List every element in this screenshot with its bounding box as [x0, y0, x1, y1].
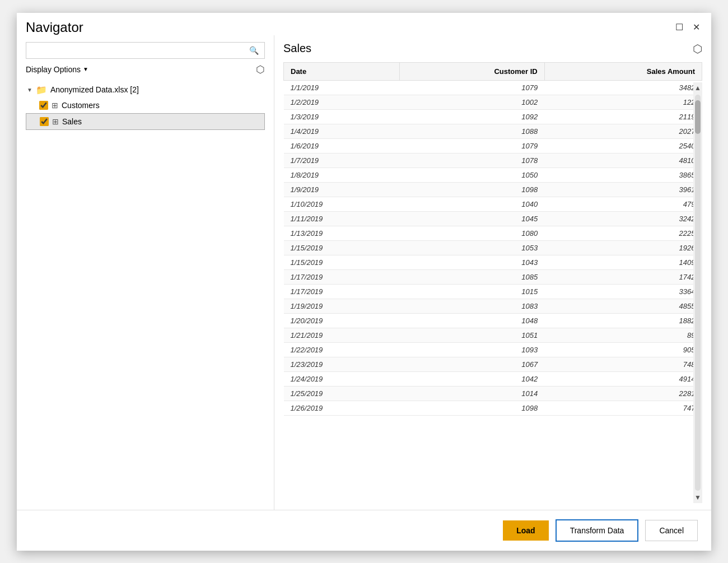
table-row: 1/15/201910431409 [284, 255, 702, 269]
table-row: 1/13/201910802225 [284, 226, 702, 240]
table-row: 1/23/20191067748 [284, 357, 702, 371]
table-cell: 905 [544, 342, 702, 357]
table-cell: 1088 [400, 124, 545, 138]
table-cell: 3482 [544, 80, 702, 95]
table-cell: 1098 [400, 401, 545, 415]
table-row: 1/25/201910142281 [284, 386, 702, 401]
table-cell: 1742 [544, 269, 702, 284]
scroll-thumb[interactable] [695, 100, 701, 134]
navigator-dialog: Navigator ☐ ✕ 🔍 Display Options ▼ ⬡ ▼ [17, 13, 711, 551]
load-button[interactable]: Load [503, 520, 548, 541]
scroll-down-button[interactable]: ▼ [693, 493, 702, 502]
table-cell: 1/19/2019 [284, 299, 400, 313]
table-body: 1/1/2019107934821/2/201910021221/3/20191… [284, 80, 702, 415]
maximize-button[interactable]: ☐ [673, 21, 685, 34]
table-cell: 2281 [544, 386, 702, 401]
scroll-track [695, 95, 701, 491]
table-cell: 89 [544, 328, 702, 342]
table-row: 1/24/201910424914 [284, 371, 702, 386]
search-input[interactable] [26, 43, 244, 58]
table-cell: 1048 [400, 313, 545, 328]
table-cell: 4855 [544, 299, 702, 313]
table-row: 1/1/201910793482 [284, 80, 702, 95]
export-button[interactable]: ⬡ [693, 42, 702, 55]
table-row: 1/9/201910983961 [284, 182, 702, 197]
table-cell: 2225 [544, 226, 702, 240]
col-customer-id: Customer ID [400, 62, 545, 80]
table-cell: 1/11/2019 [284, 211, 400, 226]
table-cell: 1/17/2019 [284, 269, 400, 284]
folder-icon: 📁 [36, 85, 47, 95]
table-cell: 1085 [400, 269, 545, 284]
table-cell: 1042 [400, 371, 545, 386]
table-cell: 1882 [544, 313, 702, 328]
table-cell: 1080 [400, 226, 545, 240]
table-cell: 747 [544, 401, 702, 415]
table-cell: 1/2/2019 [284, 95, 400, 109]
table-cell: 479 [544, 197, 702, 211]
close-button[interactable]: ✕ [690, 21, 702, 34]
table-row: 1/19/201910834855 [284, 299, 702, 313]
vertical-scrollbar[interactable]: ▲ ▼ [693, 82, 702, 503]
table-row: 1/4/201910882027 [284, 124, 702, 138]
table-cell: 1/25/2019 [284, 386, 400, 401]
table-cell: 2540 [544, 138, 702, 153]
table-cell: 1067 [400, 357, 545, 371]
display-options-row: Display Options ▼ ⬡ [26, 63, 265, 76]
table-row: 1/2/20191002122 [284, 95, 702, 109]
search-button[interactable]: 🔍 [244, 43, 264, 58]
content-area: 🔍 Display Options ▼ ⬡ ▼ 📁 Anonymized Dat… [17, 35, 711, 510]
table-cell: 1926 [544, 240, 702, 255]
table-row: 1/6/201910792540 [284, 138, 702, 153]
chevron-down-icon: ▼ [83, 66, 88, 72]
table-cell: 1050 [400, 167, 545, 182]
table-row: 1/8/201910503865 [284, 167, 702, 182]
table-cell: 1040 [400, 197, 545, 211]
customers-checkbox[interactable] [39, 101, 48, 110]
display-options-button[interactable]: Display Options ▼ [26, 65, 88, 74]
table-cell: 122 [544, 95, 702, 109]
tree-area: ▼ 📁 Anonymized Data.xlsx [2] ⊞ Customers… [26, 82, 265, 503]
refresh-button[interactable]: ⬡ [256, 63, 265, 76]
table-cell: 1/26/2019 [284, 401, 400, 415]
table-cell: 1043 [400, 255, 545, 269]
col-sales-amount: Sales Amount [544, 62, 702, 80]
footer: Load Transform Data Cancel [17, 510, 711, 551]
sales-checkbox[interactable] [40, 117, 49, 126]
tree-folder[interactable]: ▼ 📁 Anonymized Data.xlsx [2] [26, 82, 265, 97]
table-cell: 1/10/2019 [284, 197, 400, 211]
table-cell: 3961 [544, 182, 702, 197]
table-cell: 1/15/2019 [284, 240, 400, 255]
left-panel: 🔍 Display Options ▼ ⬡ ▼ 📁 Anonymized Dat… [17, 35, 274, 510]
col-date: Date [284, 62, 400, 80]
table-cell: 3242 [544, 211, 702, 226]
display-options-label: Display Options [26, 65, 81, 74]
table-row: 1/15/201910531926 [284, 240, 702, 255]
table-row: 1/22/20191093905 [284, 342, 702, 357]
title-bar: Navigator ☐ ✕ [17, 13, 711, 35]
dialog-title: Navigator [26, 20, 83, 35]
table-cell: 1051 [400, 328, 545, 342]
cancel-button[interactable]: Cancel [645, 520, 698, 541]
table-cell: 1/3/2019 [284, 109, 400, 124]
table-cell: 2119 [544, 109, 702, 124]
sales-label: Sales [62, 117, 82, 126]
table-cell: 1/21/2019 [284, 328, 400, 342]
transform-data-button[interactable]: Transform Data [556, 519, 639, 542]
table-cell: 3865 [544, 167, 702, 182]
table-cell: 1/1/2019 [284, 80, 400, 95]
table-cell: 1/24/2019 [284, 371, 400, 386]
table-icon: ⊞ [52, 101, 58, 110]
data-table: Date Customer ID Sales Amount 1/1/201910… [283, 62, 702, 416]
table-cell: 1/13/2019 [284, 226, 400, 240]
tree-item-customers[interactable]: ⊞ Customers [26, 97, 265, 113]
scroll-up-button[interactable]: ▲ [693, 83, 702, 92]
tree-item-sales[interactable]: ⊞ Sales [26, 113, 265, 130]
header-row: Date Customer ID Sales Amount [284, 62, 702, 80]
collapse-icon: ▼ [27, 87, 32, 93]
folder-label: Anonymized Data.xlsx [2] [50, 85, 139, 94]
table-cell: 1/20/2019 [284, 313, 400, 328]
table-cell: 748 [544, 357, 702, 371]
table-row: 1/7/201910784810 [284, 153, 702, 167]
customers-label: Customers [62, 101, 100, 110]
